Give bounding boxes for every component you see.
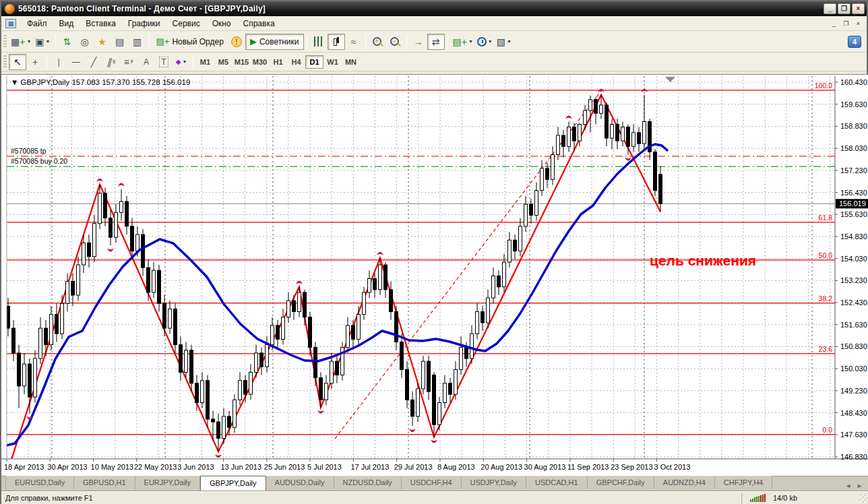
- new-chart-icon: ▦: [11, 36, 20, 47]
- line-chart-button[interactable]: ≈: [345, 34, 363, 50]
- resize-grip[interactable]: [859, 493, 868, 503]
- candle: [185, 350, 188, 373]
- expert-advisors-button[interactable]: ▶Советники: [245, 34, 304, 50]
- market-watch-button[interactable]: ⇅: [59, 34, 76, 50]
- data-window-button[interactable]: ◎: [76, 34, 94, 50]
- timeframe-h4[interactable]: H4: [287, 55, 305, 69]
- profiles-button[interactable]: ▣▼: [33, 34, 52, 50]
- child-close-button[interactable]: ×: [852, 19, 864, 28]
- candle: [109, 218, 113, 238]
- chart-tab-chfjpy-h4[interactable]: CHFJPY,H4: [715, 476, 772, 489]
- vertical-line-tool-button[interactable]: |: [50, 54, 67, 70]
- cursor-tool-button[interactable]: ↖: [9, 54, 26, 70]
- chart-window[interactable]: 100.061.850.038.223.60.0#570085 tp#57008…: [1, 74, 868, 476]
- channel-tool-button[interactable]: ∥E: [102, 54, 120, 70]
- trendline-tool-button[interactable]: ╱: [85, 54, 102, 70]
- candle: [557, 135, 560, 155]
- close-button[interactable]: ×: [852, 3, 865, 14]
- chart-tab-usdchf-h4[interactable]: USDCHF,H4: [402, 476, 462, 489]
- timeframe-m15[interactable]: M15: [232, 55, 251, 69]
- chart-tab-gbpchf-daily[interactable]: GBPCHF,Daily: [588, 476, 654, 489]
- candle: [470, 334, 474, 358]
- strategy-tester-button[interactable]: ▥: [129, 34, 146, 50]
- timeframe-m30[interactable]: M30: [251, 55, 269, 69]
- price-axis-label: 160.430: [840, 78, 867, 86]
- chart-tab-usdcad-h1[interactable]: USDCAD,H1: [526, 476, 588, 489]
- chart-tab-eurusd-daily[interactable]: EURUSD,Daily: [5, 476, 74, 489]
- price-axis-label: 152.430: [840, 298, 867, 307]
- price-chart[interactable]: 100.061.850.038.223.60.0#570085 tp#57008…: [1, 75, 868, 476]
- menu-item-окно[interactable]: Окно: [206, 18, 237, 30]
- chart-tab-eurjpy-daily[interactable]: EURJPY,Daily: [135, 476, 201, 489]
- toolbar-grip[interactable]: [3, 55, 7, 69]
- navigator-button[interactable]: ★: [94, 34, 111, 50]
- alert-button[interactable]: !: [228, 34, 245, 50]
- trendline-icon: ╱: [91, 57, 96, 67]
- chevron-down-icon: ▼: [468, 39, 473, 44]
- candle: [282, 317, 285, 340]
- auto-scroll-button[interactable]: →: [410, 34, 427, 50]
- fibonacci-icon: ≡: [124, 57, 129, 67]
- crosshair-tool-button[interactable]: +: [26, 54, 44, 70]
- arrows-tool-button[interactable]: ◆▼: [173, 54, 190, 70]
- timeframe-m5[interactable]: M5: [214, 55, 232, 69]
- tab-scroll-left-icon[interactable]: ◄: [842, 482, 854, 489]
- fibonacci-tool-button[interactable]: ≡F: [120, 54, 137, 70]
- chart-shift-button[interactable]: ⇄: [427, 34, 445, 50]
- child-restore-button[interactable]: ❐: [840, 19, 852, 28]
- menu-item-вид[interactable]: Вид: [53, 18, 80, 30]
- menu-item-сервис[interactable]: Сервис: [166, 18, 206, 30]
- candlestick-chart-button[interactable]: [328, 34, 345, 50]
- candle: [28, 364, 32, 397]
- price-axis-label: 155.630: [840, 210, 867, 218]
- candle: [309, 317, 312, 348]
- timeframe-h1[interactable]: H1: [269, 55, 287, 69]
- chart-shift-icon: ⇄: [432, 36, 440, 47]
- candle: [600, 105, 603, 113]
- bar-chart-button[interactable]: [310, 34, 328, 50]
- title-bar[interactable]: 565018: Panteon Client Terminal - Демо С…: [1, 1, 867, 16]
- child-minimize-button[interactable]: _: [828, 19, 840, 28]
- date-axis-label: 30 Aug 2013: [524, 463, 566, 471]
- timeframe-mn[interactable]: MN: [342, 55, 360, 69]
- templates-button[interactable]: ▧▼: [495, 34, 514, 50]
- new-order-button[interactable]: ▤+Новый Ордер: [152, 34, 228, 50]
- menu-item-файл[interactable]: Файл: [21, 18, 53, 30]
- chart-tab-gbpjpy-daily[interactable]: GBPJPY,Daily: [200, 476, 266, 491]
- candle: [643, 121, 646, 144]
- chart-tab-usdjpy-daily[interactable]: USDJPY,Daily: [462, 476, 527, 489]
- terminal-button[interactable]: ▤: [111, 34, 129, 50]
- timeframe-w1[interactable]: W1: [323, 55, 342, 69]
- label-tool-button[interactable]: T: [155, 54, 173, 70]
- new-chart-button[interactable]: ▦+▼: [9, 34, 33, 50]
- candle: [195, 383, 199, 403]
- chart-tab-gbpusd-h1[interactable]: GBPUSD,H1: [74, 476, 135, 489]
- candle: [249, 372, 253, 394]
- chart-tab-audusd-daily[interactable]: AUDUSD,Daily: [266, 476, 334, 489]
- child-window-controls: _ ❐ ×: [828, 19, 867, 28]
- restore-button[interactable]: ❐: [838, 3, 850, 14]
- chevron-down-icon: ▼: [46, 39, 51, 44]
- candle: [514, 240, 517, 251]
- chart-tab-audnzd-h4[interactable]: AUDNZD,H4: [654, 476, 715, 489]
- tab-scroll-right-icon[interactable]: ►: [854, 482, 865, 489]
- indicators-button[interactable]: ▤+▼: [451, 34, 475, 50]
- periods-button[interactable]: ▼: [475, 34, 495, 50]
- minimize-button[interactable]: _: [824, 3, 836, 14]
- toolbar-grip[interactable]: [3, 35, 7, 49]
- notification-badge[interactable]: 4: [848, 36, 861, 48]
- menu-item-справка[interactable]: Справка: [237, 18, 281, 30]
- timeframe-d1[interactable]: D1: [305, 55, 323, 69]
- menu-item-вставка[interactable]: Вставка: [80, 18, 122, 30]
- text-tool-button[interactable]: A: [137, 54, 155, 70]
- zoom-in-button[interactable]: +: [369, 34, 386, 50]
- separator: [307, 34, 307, 49]
- chart-tab-nzdusd-daily[interactable]: NZDUSD,Daily: [334, 476, 402, 489]
- candle: [368, 278, 371, 292]
- menu-item-графики[interactable]: Графики: [122, 18, 166, 30]
- horizontal-line-tool-button[interactable]: —: [67, 54, 85, 70]
- timeframe-m1[interactable]: M1: [196, 55, 214, 69]
- date-axis-label: 23 Sep 2013: [611, 463, 652, 471]
- candle: [174, 309, 177, 344]
- zoom-out-button[interactable]: −: [386, 34, 404, 50]
